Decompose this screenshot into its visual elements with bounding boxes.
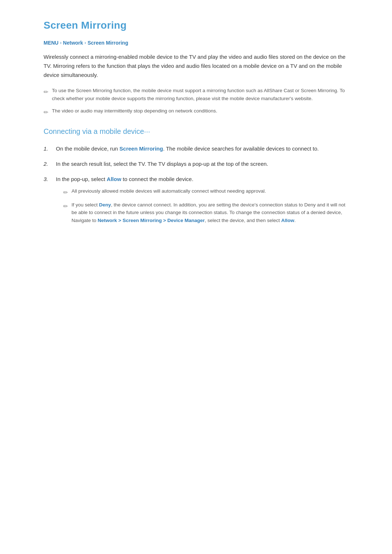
breadcrumb: MENU › Network › Screen Mirroring [44,39,348,47]
breadcrumb-screen-mirroring: Screen Mirroring [87,39,128,47]
step-3-highlight-allow-2: Allow [281,218,294,223]
step-1-highlight: Screen Mirroring [119,145,163,152]
pencil-icon-2: ✏ [44,108,48,117]
pencil-icon-4: ✏ [63,202,68,211]
step-3-text-after: to connect the mobile device. [121,176,193,182]
step-content-1: On the mobile device, run Screen Mirrori… [56,144,348,153]
notes-section: ✏ To use the Screen Mirroring function, … [44,87,348,117]
pencil-icon-1: ✏ [44,87,48,97]
step-item-2: 2. In the search result list, select the… [44,160,348,168]
step-3-notes: ✏ All previously allowed mobile devices … [56,187,348,224]
breadcrumb-sep-2: › [85,39,86,47]
step-3-note-2-text: If you select Deny, the device cannot co… [72,201,348,225]
step-1-text-before: On the mobile device, run [56,145,119,152]
step-3-highlight-network-path: Network > Screen Mirroring > Device Mana… [98,218,205,223]
note-text-1: To use the Screen Mirroring function, th… [52,87,348,102]
note-item-1: ✏ To use the Screen Mirroring function, … [44,87,348,102]
breadcrumb-sep-1: › [60,39,61,47]
step-2-text: In the search result list, select the TV… [56,161,268,167]
note-text-2: The video or audio may intermittently st… [52,107,348,115]
step-content-3: In the pop-up, select Allow to connect t… [56,175,348,228]
note-item-2: ✏ The video or audio may intermittently … [44,107,348,117]
section-title: Connecting via a mobile device··· [44,126,348,137]
pencil-icon-3: ✏ [63,188,68,197]
page-title: Screen Mirroring [44,17,348,34]
step-3-text-before: In the pop-up, select [56,176,107,182]
intro-paragraph: Wirelessly connect a mirroring-enabled m… [44,53,348,79]
step-number-2: 2. [44,160,50,168]
step-3-note-2: ✏ If you select Deny, the device cannot … [63,201,348,225]
breadcrumb-menu: MENU [44,39,58,47]
step-1-text-after: . The mobile device searches for availab… [163,145,319,152]
step-3-highlight-allow: Allow [107,176,121,182]
steps-list: 1. On the mobile device, run Screen Mirr… [44,144,348,228]
step-content-2: In the search result list, select the TV… [56,160,348,168]
step-item-3: 3. In the pop-up, select Allow to connec… [44,175,348,228]
step-number-3: 3. [44,175,50,184]
step-3-note-1: ✏ All previously allowed mobile devices … [63,187,348,197]
step-3-note-1-text: All previously allowed mobile devices wi… [72,187,348,195]
step-number-1: 1. [44,144,50,153]
page-container: Screen Mirroring MENU › Network › Screen… [22,0,370,252]
step-3-highlight-deny: Deny [99,202,111,208]
breadcrumb-network: Network [63,39,83,47]
step-item-1: 1. On the mobile device, run Screen Mirr… [44,144,348,153]
